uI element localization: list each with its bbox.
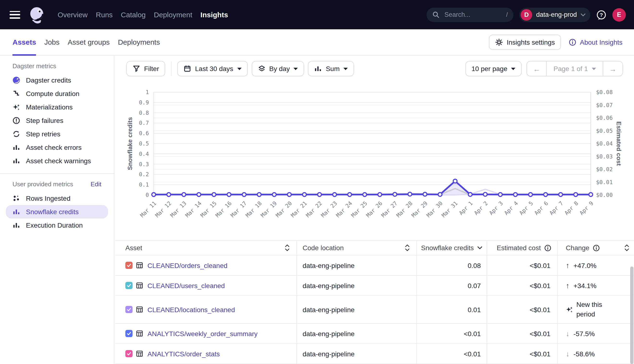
tab-assets[interactable]: Assets <box>12 29 36 56</box>
info-icon <box>593 244 600 252</box>
svg-text:Mar 17: Mar 17 <box>229 200 248 218</box>
svg-text:$0.02: $0.02 <box>596 166 613 172</box>
about-insights-link[interactable]: About Insights <box>569 38 622 46</box>
chart-toolbar: Filter Last 30 days By day <box>126 61 623 76</box>
date-range-button[interactable]: Last 30 days <box>177 61 248 76</box>
svg-text:Apr 7: Apr 7 <box>548 200 564 216</box>
search-input[interactable] <box>443 10 496 19</box>
sidebar-item-label: Step failures <box>26 117 64 124</box>
row-checkbox[interactable] <box>125 330 132 337</box>
scrollbar-thumb[interactable] <box>630 266 634 364</box>
sort-icon[interactable] <box>624 244 629 251</box>
nav-item-catalog[interactable]: Catalog <box>121 10 146 19</box>
change-cell: ↑ +34.1% <box>557 276 634 296</box>
svg-text:$0.06: $0.06 <box>596 115 613 121</box>
svg-text:$0.08: $0.08 <box>596 89 613 95</box>
search-box[interactable]: / <box>426 8 514 22</box>
table-asset-icon <box>136 306 143 313</box>
page-indicator[interactable]: Page 1 of 1 <box>546 62 603 76</box>
row-checkbox[interactable] <box>125 306 132 313</box>
svg-text:0.3: 0.3 <box>139 161 149 167</box>
asset-link[interactable]: CLEANED/orders_cleaned <box>148 262 228 269</box>
sidebar-item-label: Execution Duration <box>26 222 83 229</box>
column-header-estimated-cost[interactable]: Estimated cost <box>486 240 557 256</box>
sidebar-item-label: Compute duration <box>26 90 80 98</box>
tab-asset-groups[interactable]: Asset groups <box>68 29 110 56</box>
svg-text:0.8: 0.8 <box>139 110 149 116</box>
sidebar-item-asset-check-warnings[interactable]: Asset check warnings <box>0 154 114 168</box>
column-header-snowflake-credits[interactable]: Snowflake credits <box>416 240 486 256</box>
svg-text:Apr 1: Apr 1 <box>458 200 474 216</box>
svg-text:Estimated cost: Estimated cost <box>615 122 622 166</box>
sparkle-icon <box>566 306 573 313</box>
hamburger-menu-icon[interactable] <box>10 11 20 18</box>
svg-text:$0.03: $0.03 <box>596 154 613 160</box>
aggregation-button[interactable]: Sum <box>308 61 354 76</box>
sidebar-item-asset-check-errors[interactable]: Asset check errors <box>0 141 114 154</box>
asset-link[interactable]: ANALYTICS/order_stats <box>148 350 220 358</box>
sidebar-item-materializations[interactable]: Materializations <box>0 100 114 114</box>
filter-button[interactable]: Filter <box>126 61 165 76</box>
sort-icon[interactable] <box>285 244 290 251</box>
arrow-up-icon: ↑ <box>566 261 574 270</box>
primary-nav: Overview Runs Catalog Deployment Insight… <box>58 10 228 19</box>
sidebar-item-snowflake-credits[interactable]: Snowflake credits <box>6 205 108 218</box>
help-button[interactable]: ? <box>596 9 606 20</box>
caret-down-icon <box>294 68 298 70</box>
bar-chart-icon <box>314 65 322 72</box>
date-range-label: Last 30 days <box>195 65 233 72</box>
prev-page-button[interactable]: ← <box>527 62 546 76</box>
table-row: ANALYTICS/order_stats <box>115 344 296 364</box>
sidebar-item-label: Asset check errors <box>26 144 82 151</box>
column-header-change[interactable]: Change <box>557 240 634 256</box>
sidebar-item-execution-duration[interactable]: Execution Duration <box>0 218 114 232</box>
asset-link[interactable]: CLEANED/users_cleaned <box>148 282 225 289</box>
sidebar-item-step-retries[interactable]: Step retries <box>0 127 114 141</box>
svg-text:1: 1 <box>146 89 149 95</box>
arrow-down-icon: ↓ <box>566 330 574 338</box>
row-checkbox[interactable] <box>125 350 132 357</box>
sidebar-item-label: Snowflake credits <box>26 208 78 216</box>
column-header-code-location[interactable]: Code location <box>296 240 416 256</box>
svg-text:?: ? <box>600 12 603 18</box>
edit-metrics-link[interactable]: Edit <box>90 180 101 188</box>
caret-down-icon <box>592 68 596 70</box>
svg-text:Apr 9: Apr 9 <box>578 200 594 216</box>
sidebar-item-step-failures[interactable]: Step failures <box>0 114 114 127</box>
asset-link[interactable]: ANALYTICS/weekly_order_summary <box>148 330 258 337</box>
row-checkbox[interactable] <box>125 262 132 269</box>
per-page-label: 10 per page <box>472 65 507 72</box>
sidebar-item-rows-ingested[interactable]: Rows Ingested <box>0 192 114 205</box>
bar-chart-icon <box>12 208 20 216</box>
nav-item-runs[interactable]: Runs <box>96 10 113 19</box>
sidebar-item-dagster-credits[interactable]: Dagster credits <box>0 74 114 87</box>
table-asset-icon <box>136 262 143 269</box>
svg-text:0.5: 0.5 <box>139 140 149 147</box>
nav-item-overview[interactable]: Overview <box>58 10 88 19</box>
info-icon <box>544 244 552 252</box>
change-cell: ↑ +47.0% <box>557 256 634 276</box>
dagster-logo <box>28 6 46 23</box>
nav-item-deployment[interactable]: Deployment <box>154 10 192 19</box>
asset-link[interactable]: CLEANED/locations_cleaned <box>148 306 235 313</box>
nav-right-group: / D data-eng-prod ? E <box>426 8 634 22</box>
refresh-icon <box>12 130 20 138</box>
check-icon <box>126 307 132 312</box>
nav-item-insights[interactable]: Insights <box>200 10 228 19</box>
sort-icon[interactable] <box>405 244 410 251</box>
column-header-asset[interactable]: Asset <box>115 240 296 256</box>
sidebar-item-compute-duration[interactable]: Compute duration <box>0 87 114 100</box>
next-page-button[interactable]: → <box>603 62 622 76</box>
group-by-button[interactable]: By day <box>252 61 304 76</box>
user-avatar[interactable]: E <box>612 8 626 21</box>
dagster-credits-icon <box>12 76 20 84</box>
sidebar-item-label: Materializations <box>26 103 73 111</box>
org-switcher[interactable]: D data-eng-prod <box>519 8 590 22</box>
row-checkbox[interactable] <box>125 282 132 289</box>
insights-settings-button[interactable]: Insights settings <box>489 34 561 50</box>
tab-jobs[interactable]: Jobs <box>44 29 59 56</box>
per-page-button[interactable]: 10 per page <box>465 61 522 76</box>
tab-deployments[interactable]: Deployments <box>118 29 160 56</box>
change-cell: ↓ -57.5% <box>557 324 634 344</box>
svg-text:0.6: 0.6 <box>139 130 149 136</box>
